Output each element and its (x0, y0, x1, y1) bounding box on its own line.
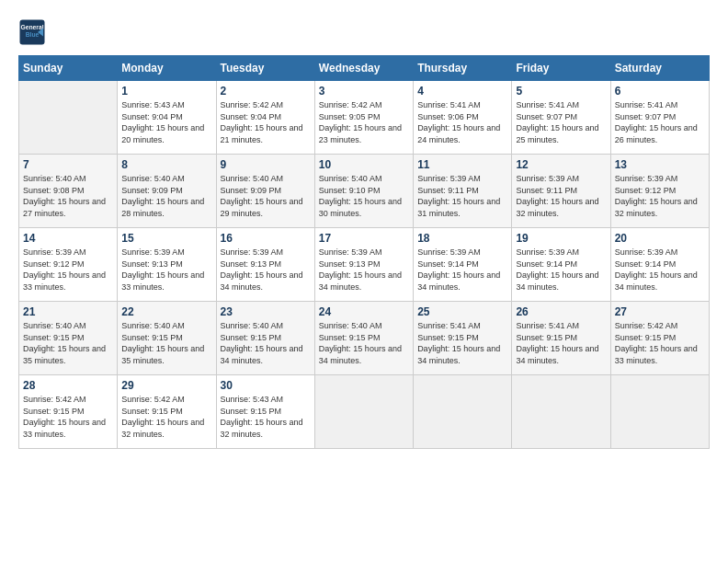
day-cell-28: 28 Sunrise: 5:42 AM Sunset: 9:15 PM Dayl… (19, 375, 118, 449)
day-cell-6: 6 Sunrise: 5:41 AM Sunset: 9:07 PM Dayli… (610, 81, 709, 155)
day-number: 1 (121, 85, 211, 98)
day-info: Sunrise: 5:40 AM Sunset: 9:10 PM Dayligh… (319, 173, 409, 219)
day-cell-24: 24 Sunrise: 5:40 AM Sunset: 9:15 PM Dayl… (314, 302, 413, 375)
day-info: Sunrise: 5:40 AM Sunset: 9:09 PM Dayligh… (121, 173, 211, 219)
day-cell-25: 25 Sunrise: 5:41 AM Sunset: 9:15 PM Dayl… (414, 302, 512, 375)
day-info: Sunrise: 5:40 AM Sunset: 9:08 PM Dayligh… (23, 173, 113, 219)
day-cell-8: 8 Sunrise: 5:40 AM Sunset: 9:09 PM Dayli… (118, 155, 216, 228)
day-number: 23 (221, 305, 311, 318)
header-thursday: Thursday (414, 56, 512, 81)
day-info: Sunrise: 5:39 AM Sunset: 9:12 PM Dayligh… (615, 173, 705, 219)
day-info: Sunrise: 5:41 AM Sunset: 9:07 PM Dayligh… (615, 99, 705, 145)
day-cell-30: 30 Sunrise: 5:43 AM Sunset: 9:15 PM Dayl… (216, 375, 314, 449)
day-cell-21: 21 Sunrise: 5:40 AM Sunset: 9:15 PM Dayl… (19, 302, 118, 375)
day-cell-15: 15 Sunrise: 5:39 AM Sunset: 9:13 PM Dayl… (118, 228, 216, 302)
svg-text:Blue: Blue (26, 31, 40, 38)
day-cell-2: 2 Sunrise: 5:42 AM Sunset: 9:04 PM Dayli… (216, 81, 314, 155)
logo: General Blue (18, 18, 50, 46)
day-number: 15 (121, 232, 211, 245)
day-cell-29: 29 Sunrise: 5:42 AM Sunset: 9:15 PM Dayl… (118, 375, 216, 449)
day-number: 8 (121, 158, 211, 171)
day-number: 4 (417, 85, 507, 98)
header-tuesday: Tuesday (216, 56, 314, 81)
day-number: 28 (23, 379, 113, 392)
day-number: 22 (121, 305, 211, 318)
day-info: Sunrise: 5:43 AM Sunset: 9:04 PM Dayligh… (121, 99, 211, 145)
day-info: Sunrise: 5:39 AM Sunset: 9:14 PM Dayligh… (516, 247, 606, 293)
day-info: Sunrise: 5:40 AM Sunset: 9:15 PM Dayligh… (319, 320, 409, 366)
day-cell-13: 13 Sunrise: 5:39 AM Sunset: 9:12 PM Dayl… (610, 155, 709, 228)
empty-cell (414, 375, 512, 449)
day-number: 24 (319, 305, 409, 318)
day-cell-7: 7 Sunrise: 5:40 AM Sunset: 9:08 PM Dayli… (19, 155, 118, 228)
day-number: 16 (221, 232, 311, 245)
day-info: Sunrise: 5:43 AM Sunset: 9:15 PM Dayligh… (221, 394, 311, 440)
day-cell-18: 18 Sunrise: 5:39 AM Sunset: 9:14 PM Dayl… (414, 228, 512, 302)
calendar-week-1: 1 Sunrise: 5:43 AM Sunset: 9:04 PM Dayli… (19, 81, 710, 155)
empty-cell (610, 375, 709, 449)
day-cell-9: 9 Sunrise: 5:40 AM Sunset: 9:09 PM Dayli… (216, 155, 314, 228)
day-info: Sunrise: 5:40 AM Sunset: 9:09 PM Dayligh… (221, 173, 311, 219)
day-info: Sunrise: 5:41 AM Sunset: 9:15 PM Dayligh… (516, 320, 606, 366)
day-cell-11: 11 Sunrise: 5:39 AM Sunset: 9:11 PM Dayl… (414, 155, 512, 228)
day-info: Sunrise: 5:42 AM Sunset: 9:04 PM Dayligh… (221, 99, 311, 145)
day-number: 13 (615, 158, 705, 171)
day-cell-5: 5 Sunrise: 5:41 AM Sunset: 9:07 PM Dayli… (512, 81, 610, 155)
day-cell-1: 1 Sunrise: 5:43 AM Sunset: 9:04 PM Dayli… (118, 81, 216, 155)
day-info: Sunrise: 5:42 AM Sunset: 9:15 PM Dayligh… (615, 320, 705, 366)
day-number: 29 (121, 379, 211, 392)
day-cell-23: 23 Sunrise: 5:40 AM Sunset: 9:15 PM Dayl… (216, 302, 314, 375)
day-number: 18 (417, 232, 507, 245)
day-number: 3 (319, 85, 409, 98)
empty-cell (314, 375, 413, 449)
day-cell-3: 3 Sunrise: 5:42 AM Sunset: 9:05 PM Dayli… (314, 81, 413, 155)
day-number: 20 (615, 232, 705, 245)
day-info: Sunrise: 5:39 AM Sunset: 9:11 PM Dayligh… (417, 173, 507, 219)
day-number: 21 (23, 305, 113, 318)
day-info: Sunrise: 5:42 AM Sunset: 9:05 PM Dayligh… (319, 99, 409, 145)
day-number: 30 (221, 379, 311, 392)
day-number: 12 (516, 158, 606, 171)
header-saturday: Saturday (610, 56, 709, 81)
day-number: 6 (615, 85, 705, 98)
day-info: Sunrise: 5:39 AM Sunset: 9:13 PM Dayligh… (121, 247, 211, 293)
header-sunday: Sunday (19, 56, 118, 81)
empty-cell (19, 81, 118, 155)
header-monday: Monday (118, 56, 216, 81)
day-cell-12: 12 Sunrise: 5:39 AM Sunset: 9:11 PM Dayl… (512, 155, 610, 228)
day-info: Sunrise: 5:39 AM Sunset: 9:12 PM Dayligh… (23, 247, 113, 293)
day-cell-27: 27 Sunrise: 5:42 AM Sunset: 9:15 PM Dayl… (610, 302, 709, 375)
day-cell-19: 19 Sunrise: 5:39 AM Sunset: 9:14 PM Dayl… (512, 228, 610, 302)
day-number: 5 (516, 85, 606, 98)
svg-text:General: General (20, 24, 43, 30)
day-info: Sunrise: 5:39 AM Sunset: 9:13 PM Dayligh… (221, 247, 311, 293)
day-info: Sunrise: 5:39 AM Sunset: 9:14 PM Dayligh… (615, 247, 705, 293)
day-cell-20: 20 Sunrise: 5:39 AM Sunset: 9:14 PM Dayl… (610, 228, 709, 302)
day-number: 11 (417, 158, 507, 171)
calendar-week-3: 14 Sunrise: 5:39 AM Sunset: 9:12 PM Dayl… (19, 228, 710, 302)
day-number: 19 (516, 232, 606, 245)
day-info: Sunrise: 5:42 AM Sunset: 9:15 PM Dayligh… (121, 394, 211, 440)
day-info: Sunrise: 5:39 AM Sunset: 9:11 PM Dayligh… (516, 173, 606, 219)
calendar-week-2: 7 Sunrise: 5:40 AM Sunset: 9:08 PM Dayli… (19, 155, 710, 228)
day-info: Sunrise: 5:41 AM Sunset: 9:06 PM Dayligh… (417, 99, 507, 145)
day-number: 10 (319, 158, 409, 171)
day-info: Sunrise: 5:40 AM Sunset: 9:15 PM Dayligh… (23, 320, 113, 366)
calendar-header-row: SundayMondayTuesdayWednesdayThursdayFrid… (19, 56, 710, 81)
day-number: 25 (417, 305, 507, 318)
calendar-week-4: 21 Sunrise: 5:40 AM Sunset: 9:15 PM Dayl… (19, 302, 710, 375)
day-info: Sunrise: 5:41 AM Sunset: 9:07 PM Dayligh… (516, 99, 606, 145)
empty-cell (512, 375, 610, 449)
day-number: 7 (23, 158, 113, 171)
day-cell-17: 17 Sunrise: 5:39 AM Sunset: 9:13 PM Dayl… (314, 228, 413, 302)
header-wednesday: Wednesday (314, 56, 413, 81)
day-cell-22: 22 Sunrise: 5:40 AM Sunset: 9:15 PM Dayl… (118, 302, 216, 375)
day-number: 26 (516, 305, 606, 318)
logo-icon: General Blue (18, 18, 46, 46)
page-header: General Blue (18, 18, 710, 46)
day-cell-16: 16 Sunrise: 5:39 AM Sunset: 9:13 PM Dayl… (216, 228, 314, 302)
day-info: Sunrise: 5:40 AM Sunset: 9:15 PM Dayligh… (221, 320, 311, 366)
day-number: 14 (23, 232, 113, 245)
day-info: Sunrise: 5:40 AM Sunset: 9:15 PM Dayligh… (121, 320, 211, 366)
day-cell-10: 10 Sunrise: 5:40 AM Sunset: 9:10 PM Dayl… (314, 155, 413, 228)
